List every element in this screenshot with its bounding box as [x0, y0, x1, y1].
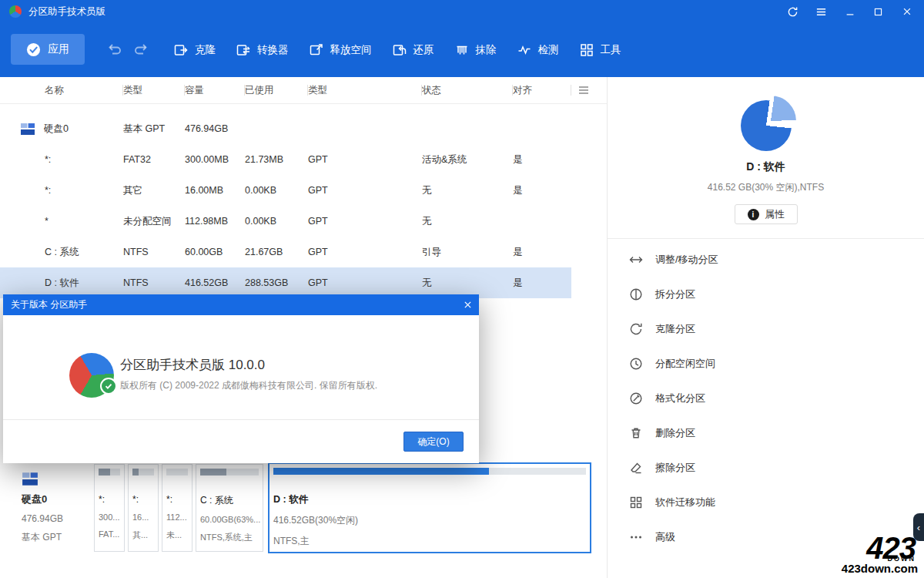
column-header-type2[interactable]: 类型	[308, 84, 422, 97]
toolbar-button-clone[interactable]: 克隆	[163, 35, 226, 66]
toolbar-button-label: 克隆	[195, 43, 216, 57]
ok-button[interactable]: 确定(O)	[403, 432, 464, 452]
restore-icon	[392, 42, 407, 58]
logo-check-icon	[100, 378, 117, 395]
free-space-icon	[309, 42, 324, 58]
column-header-name[interactable]: 名称	[0, 84, 123, 97]
partition-block[interactable]: *: 300... FAT...	[94, 464, 125, 552]
watermark-down: DOWN	[888, 555, 916, 563]
table-row-partition[interactable]: *: 其它 16.00MB 0.00KB GPT 无 是	[0, 175, 571, 206]
action-split-partition[interactable]: 拆分分区	[608, 277, 924, 311]
cell-aligned: 是	[513, 184, 571, 197]
action-label: 软件迁移功能	[655, 496, 715, 509]
table-row-partition[interactable]: *: FAT32 300.00MB 21.73MB GPT 活动&系统 是	[0, 144, 571, 175]
close-icon[interactable]	[892, 0, 921, 23]
menu-icon[interactable]	[807, 0, 835, 23]
column-header-capacity[interactable]: 容量	[185, 84, 245, 97]
action-clone-partition[interactable]: 克隆分区	[608, 311, 924, 346]
action-allocate-free-space[interactable]: 分配空闲空间	[608, 346, 924, 381]
split-partition-icon	[629, 287, 643, 301]
dialog-titlebar[interactable]: 关于版本 分区助手	[3, 294, 479, 315]
action-label: 删除分区	[655, 426, 695, 440]
app-migrate-icon	[629, 496, 643, 509]
usage-bar	[132, 469, 154, 476]
apply-button[interactable]: 应用	[11, 34, 85, 65]
column-header-status[interactable]: 状态	[422, 84, 513, 97]
usage-bar	[273, 468, 586, 475]
clone-icon	[173, 42, 189, 58]
cell-status: 引导	[422, 246, 513, 259]
allocate-space-icon	[629, 357, 643, 371]
cell-used: 288.53GB	[245, 277, 308, 288]
action-label: 分配空闲空间	[655, 357, 715, 371]
cell-aligned: 是	[513, 246, 571, 259]
toolbar-button-label: 释放空间	[330, 43, 372, 57]
partition-block-c-drive[interactable]: C : 系统 60.00GB(63%... NTFS,系统,主	[196, 464, 263, 552]
maximize-icon[interactable]	[864, 0, 892, 23]
resize-move-icon	[629, 253, 643, 267]
column-header-aligned[interactable]: 对齐	[513, 84, 571, 97]
cell-type2: GPT	[308, 277, 422, 288]
action-resize-move-partition[interactable]: 调整/移动分区	[608, 242, 924, 277]
toolbar-button-wipe[interactable]: 抹除	[444, 35, 507, 66]
action-label: 调整/移动分区	[655, 253, 718, 267]
disk-info-block[interactable]: 硬盘0 476.94GB 基本 GPT	[22, 472, 63, 544]
toolbar-button-restore[interactable]: 还原	[382, 35, 444, 66]
column-divider	[571, 85, 571, 96]
clone-partition-icon	[629, 322, 643, 336]
column-header-used[interactable]: 已使用	[245, 84, 308, 97]
apply-label: 应用	[48, 42, 69, 56]
toolbar-button-detect[interactable]: 检测	[507, 35, 569, 66]
format-partition-icon	[629, 391, 643, 405]
toolbar-button-tools[interactable]: 工具	[569, 35, 631, 66]
sync-icon[interactable]	[778, 0, 807, 23]
table-row-d-drive-selected[interactable]: D : 软件 NTFS 416.52GB 288.53GB GPT 无 是	[0, 267, 571, 298]
cell-type: 基本 GPT	[123, 123, 185, 136]
column-header-type[interactable]: 类型	[123, 84, 185, 97]
redo-icon[interactable]	[132, 42, 149, 58]
column-divider	[122, 85, 123, 96]
partition-block[interactable]: *: 16... 其...	[128, 464, 159, 552]
cell-type: NTFS	[123, 277, 185, 288]
column-divider	[244, 85, 245, 96]
app-window: 分区助手技术员版 应用	[0, 0, 924, 578]
toolbar-button-converter[interactable]: 转换器	[226, 35, 299, 66]
action-erase-partition[interactable]: 擦除分区	[608, 450, 924, 485]
sidebar-divider	[608, 238, 924, 239]
cell-type: 未分配空间	[123, 215, 185, 228]
toolbar-button-label: 工具	[601, 43, 621, 57]
action-app-migration[interactable]: 软件迁移功能	[608, 485, 924, 519]
cell-status: 无	[422, 184, 513, 197]
table-row-disk0[interactable]: 硬盘0 基本 GPT 476.94GB	[0, 113, 571, 144]
list-view-icon[interactable]	[578, 84, 590, 99]
properties-button[interactable]: i 属性	[735, 204, 798, 224]
table-body: 硬盘0 基本 GPT 476.94GB *: FAT32 300.00MB 21…	[0, 104, 607, 298]
selected-partition-info: 416.52 GB(30% 空闲),NTFS	[608, 181, 924, 194]
table-row-unallocated[interactable]: * 未分配空间 112.98MB 0.00KB GPT 无	[0, 206, 571, 237]
about-dialog: 关于版本 分区助手 分区助手技术员版 10.0.0 版权所有 (C) 2009-…	[3, 294, 479, 463]
delete-partition-icon	[629, 426, 643, 440]
tools-icon	[579, 42, 594, 58]
cell-aligned: 是	[513, 153, 571, 166]
partition-block-d-drive-selected[interactable]: D : 软件 416.52GB(30%空闲) NTFS,主	[268, 462, 591, 553]
partition-fs: FAT...	[99, 529, 120, 539]
table-row-c-drive[interactable]: C : 系统 NTFS 60.00GB 21.67GB GPT 引导 是	[0, 237, 571, 267]
action-format-partition[interactable]: 格式化分区	[608, 381, 924, 415]
pie-free-slice	[745, 96, 796, 146]
toolbar-buttons: 克隆 转换器 释放空间 还原 抹除 检测	[163, 23, 631, 77]
detect-icon	[517, 42, 532, 58]
partition-block-unallocated[interactable]: *: 112... 未...	[162, 464, 192, 552]
cell-type: NTFS	[123, 247, 185, 257]
sidebar: D : 软件 416.52 GB(30% 空闲),NTFS i 属性 调整/移动…	[607, 77, 924, 578]
cell-capacity: 476.94GB	[185, 123, 245, 134]
undo-icon[interactable]	[106, 42, 123, 58]
dialog-close-icon[interactable]	[456, 294, 479, 315]
toolbar-button-free-space[interactable]: 释放空间	[299, 35, 382, 66]
action-label: 克隆分区	[655, 322, 695, 336]
minimize-icon[interactable]	[835, 0, 864, 23]
window-controls	[778, 0, 921, 23]
partition-size: 16...	[132, 512, 154, 522]
cell-type2: GPT	[308, 154, 422, 165]
action-delete-partition[interactable]: 删除分区	[608, 415, 924, 450]
table-header: 名称 类型 容量 已使用 类型 状态 对齐	[0, 77, 607, 104]
